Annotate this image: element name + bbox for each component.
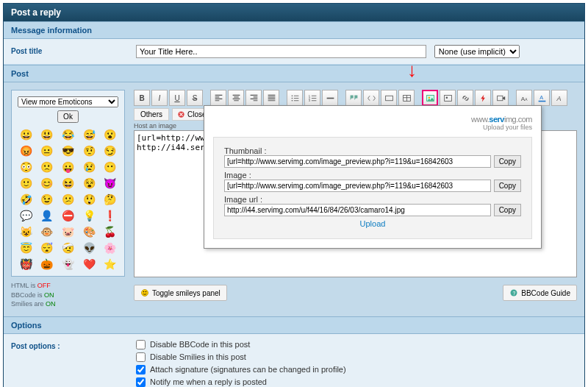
smiley-icon[interactable]: 😏 bbox=[101, 145, 118, 157]
notify-reply-option[interactable]: Notify me when a reply is posted bbox=[136, 377, 577, 387]
post-title-label: Post title bbox=[11, 45, 136, 58]
smiley-icon[interactable]: 😉 bbox=[39, 194, 56, 205]
code-button[interactable] bbox=[363, 90, 379, 106]
smiley-icon[interactable]: 😛 bbox=[60, 161, 76, 173]
image-bbcode-copy-button[interactable]: Copy bbox=[494, 180, 521, 192]
disable-smilies-option[interactable]: Disable Smilies in this post bbox=[136, 352, 577, 362]
smiley-icon[interactable]: 😢 bbox=[81, 161, 98, 173]
post-title-input[interactable] bbox=[136, 45, 426, 58]
font-size-button[interactable]: AA bbox=[516, 90, 532, 106]
align-justify-button[interactable] bbox=[263, 90, 279, 106]
svg-text:A: A bbox=[556, 94, 561, 102]
disable-bbcode-option[interactable]: Disable BBCode in this post bbox=[136, 340, 577, 349]
smiley-icon[interactable]: 🙁 bbox=[39, 161, 56, 173]
upload-link[interactable]: Upload bbox=[224, 219, 521, 228]
emoticon-category-select[interactable]: View more Emoticons bbox=[18, 96, 118, 107]
smileys-panel: View more Emoticons Ok 😀😃😂😅😮 😡😐😎🤨😏 😳🙁😛😢😶… bbox=[11, 90, 125, 277]
svg-point-0 bbox=[291, 95, 293, 96]
smiley-icon[interactable]: ❤️ bbox=[81, 258, 98, 270]
smiley-icon[interactable]: 👤 bbox=[39, 210, 56, 221]
bold-button[interactable]: B bbox=[134, 90, 150, 106]
section-post: Post bbox=[4, 65, 584, 82]
svg-point-1 bbox=[291, 97, 293, 99]
list-bullet-button[interactable] bbox=[287, 90, 303, 106]
tab-others[interactable]: Others bbox=[134, 108, 169, 121]
smiley-icon[interactable]: 😡 bbox=[18, 145, 35, 157]
smiley-icon[interactable]: ⛔ bbox=[60, 210, 76, 221]
thumbnail-input[interactable] bbox=[224, 155, 491, 168]
spoiler-button[interactable] bbox=[381, 90, 397, 106]
thumbnail-copy-button[interactable]: Copy bbox=[494, 155, 521, 168]
svg-rect-6 bbox=[385, 96, 392, 101]
smiley-icon[interactable]: 😴 bbox=[39, 242, 56, 254]
hr-button[interactable] bbox=[322, 90, 338, 106]
smiley-icon[interactable]: 😇 bbox=[18, 242, 35, 254]
smiley-icon[interactable]: 😺 bbox=[18, 226, 35, 238]
smiley-icon[interactable]: 😃 bbox=[39, 129, 56, 141]
smiley-icon[interactable]: 😊 bbox=[39, 177, 56, 189]
image-bbcode-input[interactable] bbox=[224, 180, 491, 192]
servimg-upload-popup: www.servimg.com Upload your files Thumbn… bbox=[204, 105, 542, 249]
flash-button[interactable] bbox=[475, 90, 491, 106]
list-number-button[interactable]: 123 bbox=[304, 90, 320, 106]
smiley-icon[interactable]: 😈 bbox=[101, 177, 118, 189]
smiley-icon[interactable]: 👻 bbox=[60, 258, 76, 270]
underline-button[interactable]: U bbox=[169, 90, 185, 106]
smiley-toggle-icon bbox=[140, 288, 149, 297]
svg-point-2 bbox=[291, 99, 293, 101]
smiley-icon[interactable]: 😐 bbox=[39, 145, 56, 157]
toggle-smileys-button[interactable]: Toggle smileys panel bbox=[134, 285, 227, 301]
smiley-icon[interactable]: 💬 bbox=[18, 210, 35, 221]
font-color-button[interactable]: A bbox=[534, 90, 550, 106]
emoticon-ok-button[interactable]: Ok bbox=[57, 110, 79, 123]
smiley-icon[interactable]: 🐵 bbox=[39, 226, 56, 238]
smiley-icon[interactable]: 💡 bbox=[81, 210, 98, 221]
svg-text:3: 3 bbox=[308, 99, 310, 102]
image-button[interactable] bbox=[440, 90, 456, 106]
smiley-icon[interactable]: 🤣 bbox=[18, 194, 35, 205]
smiley-icon[interactable]: 🤔 bbox=[101, 194, 118, 205]
topic-icon-select[interactable]: None (use implicit) bbox=[434, 45, 520, 58]
smiley-icon[interactable]: 🤨 bbox=[81, 145, 98, 157]
image-url-copy-button[interactable]: Copy bbox=[494, 204, 521, 216]
host-image-button[interactable] bbox=[422, 90, 438, 106]
smiley-icon[interactable]: 😕 bbox=[60, 194, 76, 205]
table-button[interactable] bbox=[398, 90, 415, 106]
close-icon bbox=[177, 110, 185, 118]
smiley-icon[interactable]: 😂 bbox=[60, 129, 76, 141]
quote-button[interactable] bbox=[345, 90, 362, 106]
smiley-icon[interactable]: 🙂 bbox=[18, 177, 35, 189]
smiley-icon[interactable]: 👹 bbox=[18, 258, 35, 270]
smiley-icon[interactable]: 😵 bbox=[81, 177, 98, 189]
smiley-icon[interactable]: 👽 bbox=[81, 242, 98, 254]
smiley-icon[interactable]: 😲 bbox=[81, 194, 98, 205]
smiley-icon[interactable]: 🤕 bbox=[60, 242, 76, 254]
video-button[interactable] bbox=[492, 90, 509, 106]
smiley-icon[interactable]: 😆 bbox=[60, 177, 76, 189]
post-options-label: Post options : bbox=[11, 340, 136, 387]
smiley-icon[interactable]: ⭐ bbox=[101, 258, 118, 270]
align-right-button[interactable] bbox=[245, 90, 262, 106]
link-button[interactable] bbox=[457, 90, 473, 106]
attach-signature-option[interactable]: Attach signature (signatures can be chan… bbox=[136, 365, 577, 374]
smiley-icon[interactable]: 😎 bbox=[60, 145, 76, 157]
smiley-icon[interactable]: 😶 bbox=[101, 161, 118, 173]
font-family-button[interactable]: A bbox=[551, 90, 567, 106]
smiley-icon[interactable]: ❗ bbox=[101, 210, 118, 221]
strike-button[interactable]: S bbox=[187, 90, 203, 106]
italic-button[interactable]: I bbox=[151, 90, 168, 106]
smiley-icon[interactable]: 🌸 bbox=[101, 242, 118, 254]
smiley-icon[interactable]: 😮 bbox=[101, 129, 118, 141]
image-url-input[interactable] bbox=[224, 204, 491, 216]
smiley-icon[interactable]: 🐷 bbox=[60, 226, 76, 238]
smiley-icon[interactable]: 😳 bbox=[18, 161, 35, 173]
smiley-icon[interactable]: 😅 bbox=[81, 129, 98, 141]
smiley-icon[interactable]: 🍒 bbox=[101, 226, 118, 238]
smiley-icon[interactable]: 🎃 bbox=[39, 258, 56, 270]
bbcode-guide-button[interactable]: ? BBCode Guide bbox=[503, 285, 577, 301]
smiley-icon[interactable]: 😀 bbox=[18, 129, 35, 141]
align-left-button[interactable] bbox=[210, 90, 226, 106]
bbcode-toolbar: B I U S 123 bbox=[134, 90, 577, 106]
align-center-button[interactable] bbox=[228, 90, 244, 106]
smiley-icon[interactable]: 🎨 bbox=[81, 226, 98, 238]
